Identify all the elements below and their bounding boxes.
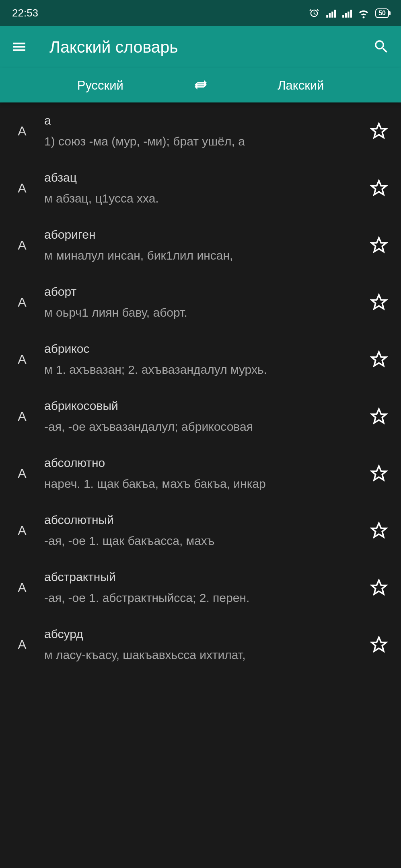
favorite-button[interactable] bbox=[365, 236, 393, 254]
status-bar: 22:53 50 bbox=[0, 0, 401, 26]
entry-definition: м 1. ахъвазан; 2. ахъвазандалул мурхь. bbox=[44, 363, 359, 377]
entry-definition: м миналул инсан, бик1лил инсан, bbox=[44, 249, 359, 262]
entry-word: абсолютно bbox=[44, 456, 359, 470]
entry-word: абзац bbox=[44, 171, 359, 184]
favorite-button[interactable] bbox=[365, 636, 393, 653]
entry-definition: нареч. 1. щак бакъа, махъ бакъа, инкар bbox=[44, 477, 359, 491]
status-time: 22:53 bbox=[12, 7, 38, 19]
star-outline-icon bbox=[370, 407, 388, 425]
list-item[interactable]: А а 1) союз -ма (мур, -ми); брат ушёл, а bbox=[0, 102, 401, 160]
entry-content: абстрактный -ая, -ое 1. абстрактныйсса; … bbox=[44, 570, 365, 605]
favorite-button[interactable] bbox=[365, 465, 393, 482]
list-item[interactable]: А аборт м оьрч1 лиян баву, аборт. bbox=[0, 274, 401, 331]
entry-content: а 1) союз -ма (мур, -ми); брат ушёл, а bbox=[44, 114, 365, 148]
entry-definition: 1) союз -ма (мур, -ми); брат ушёл, а bbox=[44, 135, 359, 148]
entry-word: аборт bbox=[44, 285, 359, 299]
hamburger-icon bbox=[11, 39, 27, 55]
star-outline-icon bbox=[370, 179, 388, 197]
section-letter: А bbox=[0, 466, 44, 481]
list-item[interactable]: А абстрактный -ая, -ое 1. абстрактныйсса… bbox=[0, 559, 401, 616]
entry-content: абрикосовый -ая, -ое ахъвазандалул; абри… bbox=[44, 399, 365, 434]
entry-word: а bbox=[44, 114, 359, 127]
entry-word: абориген bbox=[44, 228, 359, 242]
list-item[interactable]: А абрикосовый -ая, -ое ахъвазандалул; аб… bbox=[0, 388, 401, 445]
entry-word: абрикосовый bbox=[44, 399, 359, 413]
status-icons: 50 bbox=[308, 7, 389, 19]
section-letter: А bbox=[0, 295, 44, 310]
entry-content: абрикос м 1. ахъвазан; 2. ахъвазандалул … bbox=[44, 342, 365, 377]
signal-icon-2 bbox=[341, 8, 352, 18]
entry-word: абсолютный bbox=[44, 513, 359, 527]
star-outline-icon bbox=[370, 236, 388, 254]
favorite-button[interactable] bbox=[365, 579, 393, 596]
entry-word: абрикос bbox=[44, 342, 359, 356]
section-letter: А bbox=[0, 523, 44, 538]
battery-level: 50 bbox=[378, 10, 386, 16]
section-letter: А bbox=[0, 637, 44, 652]
section-letter: А bbox=[0, 124, 44, 139]
entry-definition: м ласу-къасу, шакъавхьсса ихтилат, bbox=[44, 648, 359, 662]
star-outline-icon bbox=[370, 579, 388, 596]
search-button[interactable] bbox=[373, 38, 390, 57]
list-item[interactable]: А абориген м миналул инсан, бик1лил инса… bbox=[0, 217, 401, 274]
list-item[interactable]: А абрикос м 1. ахъвазан; 2. ахъвазандалу… bbox=[0, 331, 401, 388]
wifi-icon bbox=[358, 7, 370, 19]
favorite-button[interactable] bbox=[365, 122, 393, 140]
star-outline-icon bbox=[370, 522, 388, 539]
alarm-icon bbox=[308, 8, 320, 19]
entry-content: абсурд м ласу-къасу, шакъавхьсса ихтилат… bbox=[44, 627, 365, 662]
section-letter: А bbox=[0, 409, 44, 424]
dictionary-list: А а 1) союз -ма (мур, -ми); брат ушёл, а… bbox=[0, 102, 401, 673]
entry-content: абсолютно нареч. 1. щак бакъа, махъ бакъ… bbox=[44, 456, 365, 491]
favorite-button[interactable] bbox=[365, 407, 393, 425]
favorite-button[interactable] bbox=[365, 350, 393, 368]
list-item[interactable]: А абзац м абзац, ц1усса хха. bbox=[0, 160, 401, 217]
favorite-button[interactable] bbox=[365, 293, 393, 311]
favorite-button[interactable] bbox=[365, 179, 393, 197]
list-item[interactable]: А абсурд м ласу-къасу, шакъавхьсса ихтил… bbox=[0, 616, 401, 673]
section-letter: А bbox=[0, 181, 44, 196]
section-letter: А bbox=[0, 580, 44, 595]
favorite-button[interactable] bbox=[365, 522, 393, 539]
signal-icon-1 bbox=[325, 8, 336, 18]
swap-icon bbox=[193, 77, 209, 93]
entry-definition: м оьрч1 лиян баву, аборт. bbox=[44, 306, 359, 319]
star-outline-icon bbox=[370, 122, 388, 140]
entry-content: абсолютный -ая, -ое 1. щак бакъасса, мах… bbox=[44, 513, 365, 548]
entry-definition: -ая, -ое 1. щак бакъасса, махъ bbox=[44, 534, 359, 548]
star-outline-icon bbox=[370, 636, 388, 653]
app-bar: Лакский словарь bbox=[0, 26, 401, 68]
entry-content: абзац м абзац, ц1усса хха. bbox=[44, 171, 365, 205]
star-outline-icon bbox=[370, 293, 388, 311]
entry-content: аборт м оьрч1 лиян баву, аборт. bbox=[44, 285, 365, 319]
source-language[interactable]: Русский bbox=[0, 78, 201, 93]
language-bar: Русский Лакский bbox=[0, 68, 401, 102]
entry-definition: м абзац, ц1усса хха. bbox=[44, 192, 359, 205]
list-item[interactable]: А абсолютный -ая, -ое 1. щак бакъасса, м… bbox=[0, 502, 401, 559]
app-title: Лакский словарь bbox=[49, 38, 373, 57]
entry-word: абсурд bbox=[44, 627, 359, 641]
swap-languages-button[interactable] bbox=[193, 77, 209, 94]
entry-definition: -ая, -ое ахъвазандалул; абрикосовая bbox=[44, 420, 359, 434]
battery-icon: 50 bbox=[375, 8, 389, 18]
star-outline-icon bbox=[370, 465, 388, 482]
entry-content: абориген м миналул инсан, бик1лил инсан, bbox=[44, 228, 365, 262]
target-language[interactable]: Лакский bbox=[201, 78, 401, 93]
list-item[interactable]: А абсолютно нареч. 1. щак бакъа, махъ ба… bbox=[0, 445, 401, 502]
section-letter: А bbox=[0, 352, 44, 367]
star-outline-icon bbox=[370, 350, 388, 368]
menu-button[interactable] bbox=[11, 39, 27, 56]
entry-definition: -ая, -ое 1. абстрактныйсса; 2. перен. bbox=[44, 591, 359, 605]
search-icon bbox=[373, 38, 390, 55]
entry-word: абстрактный bbox=[44, 570, 359, 584]
section-letter: А bbox=[0, 238, 44, 253]
